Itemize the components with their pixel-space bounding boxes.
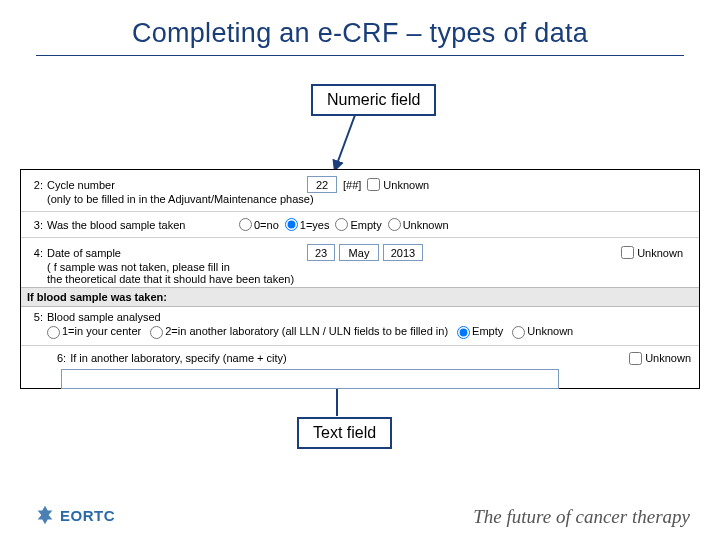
question-6: 6: If in another laboratory, specify (na…: [21, 350, 699, 397]
q5-opt-unknown-label: Unknown: [527, 325, 573, 337]
q3-opt-unknown-label: Unknown: [403, 219, 449, 231]
callout-text: Text field: [297, 417, 392, 449]
q3-opt-no-label: 0=no: [254, 219, 279, 231]
q4-month-input[interactable]: [339, 244, 379, 261]
eortc-logo-icon: [34, 504, 56, 526]
q6-text-input[interactable]: [61, 369, 559, 389]
q2-input[interactable]: [307, 176, 337, 193]
section-header: If blood sample was taken:: [21, 287, 699, 307]
eortc-logo-text: EORTC: [60, 507, 115, 524]
q4-day-input[interactable]: [307, 244, 335, 261]
q2-num: 2:: [25, 179, 43, 191]
q3-opt-empty[interactable]: [335, 218, 348, 231]
q2-note: (only to be filled in in the Adjuvant/Ma…: [47, 193, 691, 205]
q3-opt-yes[interactable]: [285, 218, 298, 231]
q3-opt-yes-label: 1=yes: [300, 219, 330, 231]
question-3: 3: Was the blood sample taken 0=no 1=yes…: [21, 216, 699, 233]
q6-num: 6:: [57, 352, 66, 364]
q4-note2: the theoretical date that it should have…: [47, 273, 691, 285]
q5-label: Blood sample analysed: [47, 311, 161, 323]
q3-opt-unknown[interactable]: [388, 218, 401, 231]
q5-opt-empty-label: Empty: [472, 325, 503, 337]
question-4: 4: Date of sample Unknown ( f sample was…: [21, 242, 699, 287]
q6-unknown-checkbox[interactable]: [629, 352, 642, 365]
slide-title: Completing an e-CRF – types of data: [0, 0, 720, 53]
q3-label: Was the blood sample taken: [47, 219, 233, 231]
svg-line-0: [334, 115, 355, 172]
q5-opt-center[interactable]: [47, 326, 60, 339]
title-underline: [36, 55, 684, 56]
q5-opt-center-label: 1=in your center: [62, 325, 141, 337]
q5-opt-unknown[interactable]: [512, 326, 525, 339]
q3-num: 3:: [25, 219, 43, 231]
q3-opt-no[interactable]: [239, 218, 252, 231]
q5-opt-other-label: 2=in another laboratory (all LLN / ULN f…: [165, 325, 448, 337]
q4-num: 4:: [25, 247, 43, 259]
q6-label: If in another laboratory, specify (name …: [70, 352, 629, 364]
q2-unknown-checkbox[interactable]: [367, 178, 380, 191]
q4-unknown-label: Unknown: [637, 247, 683, 259]
q4-unknown-checkbox[interactable]: [621, 246, 634, 259]
eortc-logo: EORTC: [34, 504, 115, 526]
question-2: 2: Cycle number [##] Unknown (only to be…: [21, 170, 699, 207]
q5-opt-other[interactable]: [150, 326, 163, 339]
q5-opt-empty[interactable]: [457, 326, 470, 339]
q4-note1: ( f sample was not taken, please fill in: [47, 261, 691, 273]
q4-year-input[interactable]: [383, 244, 423, 261]
q2-label: Cycle number: [47, 179, 307, 191]
q6-unknown-label: Unknown: [645, 352, 691, 364]
q2-unknown-label: Unknown: [383, 179, 429, 191]
question-5: 5: Blood sample analysed 1=in your cente…: [21, 307, 699, 341]
q2-hash: [##]: [343, 179, 361, 191]
q3-opt-empty-label: Empty: [350, 219, 381, 231]
callout-numeric: Numeric field: [311, 84, 436, 116]
q5-num: 5:: [25, 311, 43, 323]
form-panel: 2: Cycle number [##] Unknown (only to be…: [20, 169, 700, 389]
q4-label: Date of sample: [47, 247, 307, 259]
tagline: The future of cancer therapy: [473, 506, 690, 528]
